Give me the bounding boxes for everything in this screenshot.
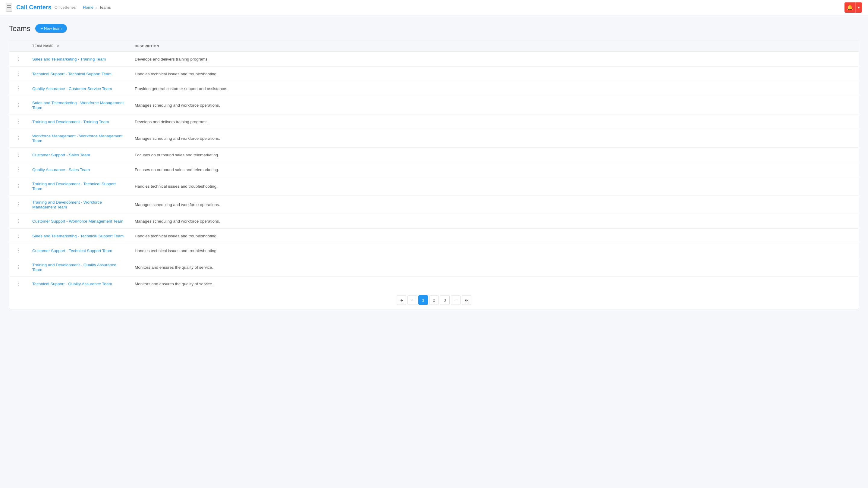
row-team-name-cell: Sales and Telemarketing - Technical Supp…: [27, 229, 130, 243]
row-actions-cell: ⋮: [9, 162, 27, 177]
row-actions-cell: ⋮: [9, 258, 27, 276]
row-description-cell: Manages scheduling and workforce operati…: [130, 96, 859, 115]
team-name-link[interactable]: Training and Development - Quality Assur…: [32, 263, 116, 272]
row-description-cell: Manages scheduling and workforce operati…: [130, 195, 859, 214]
row-team-name-cell: Training and Development - Technical Sup…: [27, 177, 130, 195]
teams-table: TEAM NAME ⊘ DESCRIPTION ⋮ Sales and Tele…: [9, 40, 859, 291]
team-name-link[interactable]: Sales and Telemarketing - Workforce Mana…: [32, 101, 124, 110]
row-actions-cell: ⋮: [9, 96, 27, 115]
team-name-link[interactable]: Customer Support - Technical Support Tea…: [32, 249, 112, 253]
description-text: Develops and delivers training programs.: [135, 57, 209, 61]
col-team-name: TEAM NAME ⊘: [27, 40, 130, 52]
pagination-prev-button[interactable]: ‹: [407, 295, 417, 305]
row-team-name-cell: Sales and Telemarketing - Training Team: [27, 52, 130, 67]
pagination-last-button[interactable]: ⏭: [462, 295, 471, 305]
table-row: ⋮ Sales and Telemarketing - Technical Su…: [9, 229, 859, 243]
table-body: ⋮ Sales and Telemarketing - Training Tea…: [9, 52, 859, 291]
pagination: ⏮ ‹ 1 2 3 › ⏭: [9, 291, 859, 309]
app-suite: OfficeSeries: [55, 5, 76, 10]
row-actions-cell: ⋮: [9, 148, 27, 162]
row-menu-button[interactable]: ⋮: [14, 119, 23, 125]
row-menu-button[interactable]: ⋮: [14, 71, 23, 77]
description-text: Focuses on outbound sales and telemarket…: [135, 153, 219, 157]
page-content: Teams + New team TEAM NAME ⊘ DESCRIPTION…: [0, 15, 868, 318]
team-name-link[interactable]: Sales and Telemarketing - Training Team: [32, 57, 106, 61]
col-actions: [9, 40, 27, 52]
row-team-name-cell: Technical Support - Quality Assurance Te…: [27, 276, 130, 291]
team-name-link[interactable]: Quality Assurance - Customer Service Tea…: [32, 87, 112, 91]
row-team-name-cell: Technical Support - Technical Support Te…: [27, 67, 130, 82]
row-menu-button[interactable]: ⋮: [14, 281, 23, 287]
row-menu-button[interactable]: ⋮: [14, 183, 23, 189]
pagination-page-3[interactable]: 3: [440, 295, 450, 305]
row-actions-cell: ⋮: [9, 195, 27, 214]
row-menu-button[interactable]: ⋮: [14, 102, 23, 108]
team-name-link[interactable]: Quality Assurance - Sales Team: [32, 167, 90, 172]
row-menu-button[interactable]: ⋮: [14, 86, 23, 92]
navbar: ☰ Call Centers OfficeSeries Home » Teams…: [0, 0, 868, 15]
table-row: ⋮ Training and Development - Training Te…: [9, 115, 859, 129]
app-brand: Call Centers: [16, 4, 52, 11]
table-row: ⋮ Customer Support - Workforce Managemen…: [9, 214, 859, 229]
table-row: ⋮ Training and Development - Quality Ass…: [9, 258, 859, 276]
description-text: Manages scheduling and workforce operati…: [135, 103, 220, 107]
filter-icon[interactable]: ⊘: [57, 44, 60, 48]
row-description-cell: Monitors and ensures the quality of serv…: [130, 258, 859, 276]
team-name-link[interactable]: Customer Support - Workforce Management …: [32, 219, 123, 224]
row-team-name-cell: Customer Support - Sales Team: [27, 148, 130, 162]
pagination-next-button[interactable]: ›: [451, 295, 461, 305]
description-text: Develops and delivers training programs.: [135, 120, 209, 124]
team-name-link[interactable]: Training and Development - Training Team: [32, 120, 109, 124]
table-row: ⋮ Customer Support - Sales Team Focuses …: [9, 148, 859, 162]
row-menu-button[interactable]: ⋮: [14, 201, 23, 207]
row-menu-button[interactable]: ⋮: [14, 248, 23, 254]
row-menu-button[interactable]: ⋮: [14, 152, 23, 158]
team-name-link[interactable]: Customer Support - Sales Team: [32, 153, 90, 157]
new-team-button[interactable]: + New team: [35, 24, 67, 33]
row-actions-cell: ⋮: [9, 243, 27, 258]
row-description-cell: Handles technical issues and troubleshoo…: [130, 229, 859, 243]
pagination-page-1[interactable]: 1: [418, 295, 428, 305]
notification-dropdown-button[interactable]: ▼: [855, 2, 862, 13]
pagination-page-2[interactable]: 2: [429, 295, 439, 305]
row-team-name-cell: Training and Development - Quality Assur…: [27, 258, 130, 276]
notification-bell-button[interactable]: 🔔: [844, 2, 855, 13]
col-description: DESCRIPTION: [130, 40, 859, 52]
table-row: ⋮ Technical Support - Technical Support …: [9, 67, 859, 82]
description-text: Provides general customer support and as…: [135, 87, 227, 91]
row-actions-cell: ⋮: [9, 52, 27, 67]
row-description-cell: Develops and delivers training programs.: [130, 52, 859, 67]
breadcrumb-home[interactable]: Home: [83, 5, 93, 10]
row-menu-button[interactable]: ⋮: [14, 233, 23, 239]
team-name-link[interactable]: Training and Development - Workforce Man…: [32, 200, 102, 209]
pagination-first-button[interactable]: ⏮: [397, 295, 406, 305]
team-name-link[interactable]: Sales and Telemarketing - Technical Supp…: [32, 234, 124, 238]
page-header: Teams + New team: [9, 24, 859, 33]
row-actions-cell: ⋮: [9, 129, 27, 148]
table-row: ⋮ Sales and Telemarketing - Workforce Ma…: [9, 96, 859, 115]
row-menu-button[interactable]: ⋮: [14, 56, 23, 62]
row-actions-cell: ⋮: [9, 82, 27, 96]
breadcrumb-separator: »: [95, 5, 97, 10]
row-actions-cell: ⋮: [9, 276, 27, 291]
team-name-link[interactable]: Technical Support - Technical Support Te…: [32, 72, 112, 76]
table-row: ⋮ Customer Support - Technical Support T…: [9, 243, 859, 258]
row-description-cell: Develops and delivers training programs.: [130, 115, 859, 129]
row-team-name-cell: Customer Support - Technical Support Tea…: [27, 243, 130, 258]
breadcrumb: Home » Teams: [83, 5, 111, 10]
menu-icon[interactable]: ☰: [6, 4, 12, 11]
team-name-link[interactable]: Training and Development - Technical Sup…: [32, 182, 116, 191]
row-menu-button[interactable]: ⋮: [14, 135, 23, 141]
team-name-link[interactable]: Technical Support - Quality Assurance Te…: [32, 282, 112, 286]
table-row: ⋮ Technical Support - Quality Assurance …: [9, 276, 859, 291]
row-actions-cell: ⋮: [9, 214, 27, 229]
row-menu-button[interactable]: ⋮: [14, 218, 23, 224]
row-description-cell: Manages scheduling and workforce operati…: [130, 214, 859, 229]
row-menu-button[interactable]: ⋮: [14, 167, 23, 173]
row-menu-button[interactable]: ⋮: [14, 264, 23, 270]
row-team-name-cell: Quality Assurance - Customer Service Tea…: [27, 82, 130, 96]
team-name-link[interactable]: Workforce Management - Workforce Managem…: [32, 134, 123, 143]
row-description-cell: Handles technical issues and troubleshoo…: [130, 67, 859, 82]
row-actions-cell: ⋮: [9, 229, 27, 243]
description-text: Handles technical issues and troubleshoo…: [135, 72, 218, 76]
